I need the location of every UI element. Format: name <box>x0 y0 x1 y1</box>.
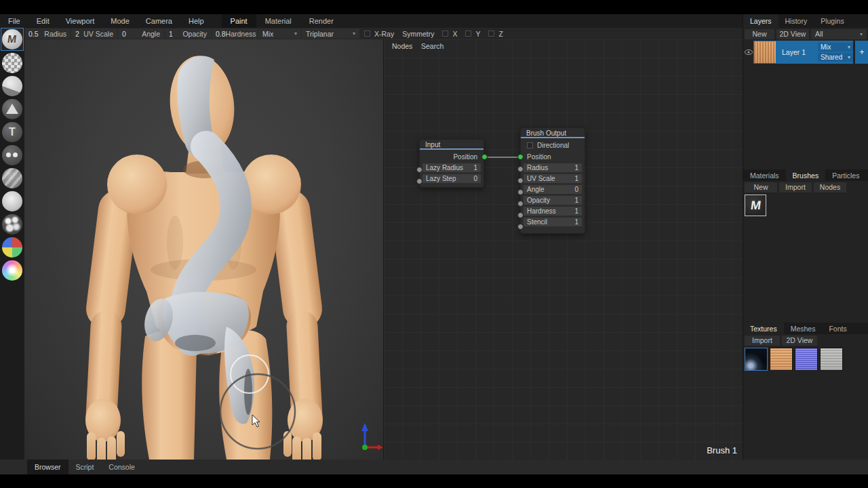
layer-row[interactable]: Layer 1 Mix Shared + <box>743 41 868 64</box>
socket-brush-uvscale-in[interactable] <box>517 178 524 184</box>
texture-thumb-environment[interactable] <box>745 348 768 371</box>
layer-selected[interactable]: Layer 1 Mix Shared <box>753 41 853 64</box>
tab-history[interactable]: History <box>778 14 814 28</box>
smudge-tool-icon[interactable] <box>2 191 22 211</box>
directional-checkbox-row[interactable]: Directional <box>524 141 582 150</box>
menu-viewport[interactable]: Viewport <box>58 14 103 28</box>
angle-slider[interactable]: 0 Angle <box>118 28 164 39</box>
directional-checkbox[interactable] <box>527 142 533 148</box>
blur-tool-icon[interactable] <box>2 168 22 188</box>
opacity-slider[interactable]: 1 Opacity <box>165 28 211 39</box>
blend-mode-dropdown[interactable]: Mix <box>258 28 301 39</box>
hardness-slider[interactable]: 0.8 Hardness <box>212 28 258 39</box>
radius-slider[interactable]: 0.5 Radius <box>24 28 71 39</box>
layer-visibility-toggle[interactable] <box>743 41 753 64</box>
text-tool-icon[interactable]: T <box>2 122 22 142</box>
picker-tool-icon[interactable] <box>2 260 22 281</box>
socket-input-position-out[interactable] <box>481 154 488 160</box>
brush-import-button[interactable]: Import <box>779 182 812 192</box>
tab-browser[interactable]: Browser <box>27 460 68 474</box>
app-window: File Edit Viewport Mode Camera Help Pain… <box>0 0 868 488</box>
tab-brushes[interactable]: Brushes <box>786 169 826 181</box>
symmetry-z-box[interactable] <box>488 30 494 37</box>
clone-tool-icon[interactable] <box>2 145 22 165</box>
socket-brush-opacity-in[interactable] <box>517 201 524 207</box>
layer-filter-dropdown[interactable]: All <box>811 29 867 39</box>
lazy-radius-label: Lazy Radius <box>426 163 463 172</box>
tab-plugins[interactable]: Plugins <box>814 14 850 28</box>
nodes-button[interactable]: Nodes <box>392 42 412 50</box>
bo-radius-label: Radius <box>527 163 548 172</box>
textures-buttons: Import 2D View <box>743 334 868 346</box>
menu-camera[interactable]: Camera <box>138 14 180 28</box>
node-brush-output[interactable]: Brush Output Directional Position Radius… <box>520 127 585 234</box>
texture-thumb-wood[interactable] <box>770 348 793 371</box>
tab-paint[interactable]: Paint <box>222 14 256 28</box>
layer-blend-dropdown[interactable]: Mix <box>818 43 853 52</box>
node-input-lazy-radius-row[interactable]: Lazy Radius 1 <box>422 163 481 172</box>
node-input-lazy-step-row[interactable]: Lazy Step 0 <box>422 174 481 183</box>
menu-file[interactable]: File <box>0 14 28 28</box>
tab-material[interactable]: Material <box>256 14 300 28</box>
xray-checkbox[interactable]: X-Ray <box>360 30 398 38</box>
tab-particles[interactable]: Particles <box>825 169 866 181</box>
brush-output-opacity-row[interactable]: Opacity 1 <box>524 196 582 205</box>
tab-console[interactable]: Console <box>101 460 142 474</box>
brush-output-hardness-row[interactable]: Hardness 1 <box>524 207 582 216</box>
fill-tool-icon[interactable] <box>2 76 22 96</box>
layer-add-button[interactable]: + <box>855 41 868 64</box>
tab-textures[interactable]: Textures <box>743 323 784 334</box>
layer-new-button[interactable]: New <box>745 29 774 39</box>
brush-thumbnail-selected[interactable]: M <box>745 195 766 216</box>
layer-2dview-button[interactable]: 2D View <box>776 29 809 39</box>
particle-tool-icon[interactable] <box>2 214 22 235</box>
menu-help[interactable]: Help <box>180 14 212 28</box>
projection-dropdown[interactable]: Triplanar <box>302 28 359 39</box>
radius-label: Radius <box>44 30 66 38</box>
symmetry-z-checkbox[interactable]: Z <box>484 30 507 38</box>
socket-brush-radius-in[interactable] <box>517 166 524 172</box>
texture-import-button[interactable]: Import <box>745 336 780 346</box>
tab-render[interactable]: Render <box>300 14 342 28</box>
brush-nodes-button[interactable]: Nodes <box>814 182 846 192</box>
symmetry-x-checkbox[interactable]: X <box>438 30 461 38</box>
symmetry-y-box[interactable] <box>465 30 471 37</box>
layer-name[interactable]: Layer 1 <box>776 41 818 64</box>
socket-brush-stencil-in[interactable] <box>517 224 524 230</box>
brush-new-button[interactable]: New <box>745 182 777 192</box>
xray-checkbox-box[interactable] <box>364 30 370 37</box>
symmetry-z-label: Z <box>498 30 502 38</box>
tab-meshes[interactable]: Meshes <box>784 323 823 334</box>
symmetry-x-box[interactable] <box>442 30 448 37</box>
colorid-tool-icon[interactable] <box>2 237 22 258</box>
eraser-tool-icon[interactable] <box>2 53 22 73</box>
tab-layers[interactable]: Layers <box>743 14 778 28</box>
brush-output-angle-row[interactable]: Angle 0 <box>524 185 582 194</box>
layer-object-dropdown[interactable]: Shared <box>818 53 853 62</box>
uv-scale-slider[interactable]: 2 UV Scale <box>71 28 117 39</box>
menu-mode[interactable]: Mode <box>102 14 138 28</box>
texture-2dview-button[interactable]: 2D View <box>782 336 817 346</box>
socket-lazy-step-in[interactable] <box>416 178 422 184</box>
tab-materials[interactable]: Materials <box>743 169 786 181</box>
decal-tool-icon[interactable] <box>2 99 22 119</box>
node-editor[interactable]: Nodes Search Input Position Lazy Radius … <box>383 39 743 460</box>
brush-output-stencil-row[interactable]: Stencil 1 <box>524 218 582 226</box>
tab-fonts[interactable]: Fonts <box>822 323 853 334</box>
socket-brush-angle-in[interactable] <box>517 189 524 195</box>
menu-edit[interactable]: Edit <box>28 14 58 28</box>
viewport-3d[interactable] <box>24 39 383 460</box>
tool-brush[interactable]: M <box>1 28 24 51</box>
node-input[interactable]: Input Position Lazy Radius 1 Lazy Step 0 <box>419 139 484 188</box>
socket-brush-position-in[interactable] <box>517 154 524 160</box>
symmetry-y-checkbox[interactable]: Y <box>461 30 484 38</box>
socket-brush-hardness-in[interactable] <box>517 212 524 218</box>
socket-lazy-radius-in[interactable] <box>416 167 422 173</box>
tab-script[interactable]: Script <box>68 460 102 474</box>
texture-thumb-noise[interactable] <box>795 348 818 371</box>
brush-output-uvscale-row[interactable]: UV Scale 1 <box>524 174 582 183</box>
search-button[interactable]: Search <box>421 42 443 50</box>
brush-output-radius-row[interactable]: Radius 1 <box>524 163 582 172</box>
layer-thumbnail[interactable] <box>754 41 776 63</box>
texture-thumb-gray[interactable] <box>820 348 843 371</box>
